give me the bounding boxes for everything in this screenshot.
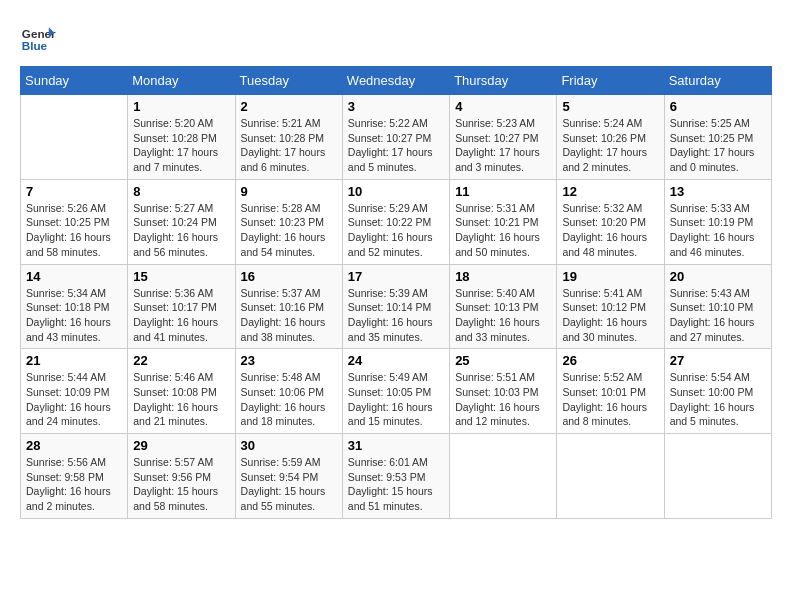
day-number: 15: [133, 269, 229, 284]
weekday-header-sunday: Sunday: [21, 67, 128, 95]
day-info: Sunrise: 5:32 AM Sunset: 10:20 PM Daylig…: [562, 201, 658, 260]
weekday-header-thursday: Thursday: [450, 67, 557, 95]
calendar-day-6: 6Sunrise: 5:25 AM Sunset: 10:25 PM Dayli…: [664, 95, 771, 180]
calendar-day-28: 28Sunrise: 5:56 AM Sunset: 9:58 PM Dayli…: [21, 434, 128, 519]
day-info: Sunrise: 5:41 AM Sunset: 10:12 PM Daylig…: [562, 286, 658, 345]
calendar-day-1: 1Sunrise: 5:20 AM Sunset: 10:28 PM Dayli…: [128, 95, 235, 180]
day-info: Sunrise: 5:29 AM Sunset: 10:22 PM Daylig…: [348, 201, 444, 260]
day-number: 1: [133, 99, 229, 114]
calendar-day-23: 23Sunrise: 5:48 AM Sunset: 10:06 PM Dayl…: [235, 349, 342, 434]
calendar-day-4: 4Sunrise: 5:23 AM Sunset: 10:27 PM Dayli…: [450, 95, 557, 180]
calendar-day-10: 10Sunrise: 5:29 AM Sunset: 10:22 PM Dayl…: [342, 179, 449, 264]
day-number: 19: [562, 269, 658, 284]
day-info: Sunrise: 5:49 AM Sunset: 10:05 PM Daylig…: [348, 370, 444, 429]
svg-text:Blue: Blue: [22, 39, 48, 52]
day-info: Sunrise: 5:56 AM Sunset: 9:58 PM Dayligh…: [26, 455, 122, 514]
day-number: 31: [348, 438, 444, 453]
day-number: 16: [241, 269, 337, 284]
day-number: 18: [455, 269, 551, 284]
weekday-header-friday: Friday: [557, 67, 664, 95]
calendar-table: SundayMondayTuesdayWednesdayThursdayFrid…: [20, 66, 772, 519]
day-info: Sunrise: 5:23 AM Sunset: 10:27 PM Daylig…: [455, 116, 551, 175]
day-number: 10: [348, 184, 444, 199]
day-number: 20: [670, 269, 766, 284]
weekday-header-wednesday: Wednesday: [342, 67, 449, 95]
day-number: 24: [348, 353, 444, 368]
calendar-day-31: 31Sunrise: 6:01 AM Sunset: 9:53 PM Dayli…: [342, 434, 449, 519]
day-number: 4: [455, 99, 551, 114]
day-number: 30: [241, 438, 337, 453]
day-number: 2: [241, 99, 337, 114]
calendar-day-20: 20Sunrise: 5:43 AM Sunset: 10:10 PM Dayl…: [664, 264, 771, 349]
calendar-day-empty: [557, 434, 664, 519]
calendar-week-3: 14Sunrise: 5:34 AM Sunset: 10:18 PM Dayl…: [21, 264, 772, 349]
day-info: Sunrise: 5:26 AM Sunset: 10:25 PM Daylig…: [26, 201, 122, 260]
day-info: Sunrise: 5:59 AM Sunset: 9:54 PM Dayligh…: [241, 455, 337, 514]
calendar-day-empty: [664, 434, 771, 519]
day-number: 11: [455, 184, 551, 199]
day-number: 3: [348, 99, 444, 114]
calendar-day-30: 30Sunrise: 5:59 AM Sunset: 9:54 PM Dayli…: [235, 434, 342, 519]
day-info: Sunrise: 5:21 AM Sunset: 10:28 PM Daylig…: [241, 116, 337, 175]
day-info: Sunrise: 5:40 AM Sunset: 10:13 PM Daylig…: [455, 286, 551, 345]
day-info: Sunrise: 5:54 AM Sunset: 10:00 PM Daylig…: [670, 370, 766, 429]
day-info: Sunrise: 5:27 AM Sunset: 10:24 PM Daylig…: [133, 201, 229, 260]
day-info: Sunrise: 5:33 AM Sunset: 10:19 PM Daylig…: [670, 201, 766, 260]
day-info: Sunrise: 5:44 AM Sunset: 10:09 PM Daylig…: [26, 370, 122, 429]
weekday-header-saturday: Saturday: [664, 67, 771, 95]
day-number: 9: [241, 184, 337, 199]
day-number: 17: [348, 269, 444, 284]
calendar-day-11: 11Sunrise: 5:31 AM Sunset: 10:21 PM Dayl…: [450, 179, 557, 264]
day-info: Sunrise: 5:34 AM Sunset: 10:18 PM Daylig…: [26, 286, 122, 345]
day-info: Sunrise: 5:52 AM Sunset: 10:01 PM Daylig…: [562, 370, 658, 429]
day-info: Sunrise: 5:28 AM Sunset: 10:23 PM Daylig…: [241, 201, 337, 260]
calendar-day-17: 17Sunrise: 5:39 AM Sunset: 10:14 PM Dayl…: [342, 264, 449, 349]
day-number: 29: [133, 438, 229, 453]
calendar-day-empty: [21, 95, 128, 180]
day-info: Sunrise: 5:43 AM Sunset: 10:10 PM Daylig…: [670, 286, 766, 345]
day-number: 7: [26, 184, 122, 199]
day-number: 13: [670, 184, 766, 199]
calendar-day-2: 2Sunrise: 5:21 AM Sunset: 10:28 PM Dayli…: [235, 95, 342, 180]
day-info: Sunrise: 5:25 AM Sunset: 10:25 PM Daylig…: [670, 116, 766, 175]
day-number: 25: [455, 353, 551, 368]
calendar-day-29: 29Sunrise: 5:57 AM Sunset: 9:56 PM Dayli…: [128, 434, 235, 519]
day-info: Sunrise: 5:46 AM Sunset: 10:08 PM Daylig…: [133, 370, 229, 429]
calendar-day-8: 8Sunrise: 5:27 AM Sunset: 10:24 PM Dayli…: [128, 179, 235, 264]
day-number: 27: [670, 353, 766, 368]
day-number: 21: [26, 353, 122, 368]
calendar-day-12: 12Sunrise: 5:32 AM Sunset: 10:20 PM Dayl…: [557, 179, 664, 264]
day-number: 14: [26, 269, 122, 284]
page-header: General Blue: [20, 20, 772, 56]
calendar-day-27: 27Sunrise: 5:54 AM Sunset: 10:00 PM Dayl…: [664, 349, 771, 434]
day-info: Sunrise: 5:57 AM Sunset: 9:56 PM Dayligh…: [133, 455, 229, 514]
day-number: 26: [562, 353, 658, 368]
logo-icon: General Blue: [20, 20, 56, 56]
calendar-week-5: 28Sunrise: 5:56 AM Sunset: 9:58 PM Dayli…: [21, 434, 772, 519]
day-info: Sunrise: 5:36 AM Sunset: 10:17 PM Daylig…: [133, 286, 229, 345]
day-number: 22: [133, 353, 229, 368]
calendar-day-3: 3Sunrise: 5:22 AM Sunset: 10:27 PM Dayli…: [342, 95, 449, 180]
calendar-day-22: 22Sunrise: 5:46 AM Sunset: 10:08 PM Dayl…: [128, 349, 235, 434]
calendar-day-empty: [450, 434, 557, 519]
day-number: 23: [241, 353, 337, 368]
day-number: 12: [562, 184, 658, 199]
weekday-header-row: SundayMondayTuesdayWednesdayThursdayFrid…: [21, 67, 772, 95]
calendar-week-4: 21Sunrise: 5:44 AM Sunset: 10:09 PM Dayl…: [21, 349, 772, 434]
day-number: 8: [133, 184, 229, 199]
calendar-day-25: 25Sunrise: 5:51 AM Sunset: 10:03 PM Dayl…: [450, 349, 557, 434]
calendar-day-21: 21Sunrise: 5:44 AM Sunset: 10:09 PM Dayl…: [21, 349, 128, 434]
calendar-day-15: 15Sunrise: 5:36 AM Sunset: 10:17 PM Dayl…: [128, 264, 235, 349]
day-info: Sunrise: 5:20 AM Sunset: 10:28 PM Daylig…: [133, 116, 229, 175]
calendar-day-24: 24Sunrise: 5:49 AM Sunset: 10:05 PM Dayl…: [342, 349, 449, 434]
day-info: Sunrise: 5:51 AM Sunset: 10:03 PM Daylig…: [455, 370, 551, 429]
day-number: 6: [670, 99, 766, 114]
day-number: 28: [26, 438, 122, 453]
calendar-day-7: 7Sunrise: 5:26 AM Sunset: 10:25 PM Dayli…: [21, 179, 128, 264]
day-info: Sunrise: 5:48 AM Sunset: 10:06 PM Daylig…: [241, 370, 337, 429]
calendar-day-19: 19Sunrise: 5:41 AM Sunset: 10:12 PM Dayl…: [557, 264, 664, 349]
day-info: Sunrise: 5:22 AM Sunset: 10:27 PM Daylig…: [348, 116, 444, 175]
calendar-day-14: 14Sunrise: 5:34 AM Sunset: 10:18 PM Dayl…: [21, 264, 128, 349]
day-info: Sunrise: 5:31 AM Sunset: 10:21 PM Daylig…: [455, 201, 551, 260]
day-number: 5: [562, 99, 658, 114]
